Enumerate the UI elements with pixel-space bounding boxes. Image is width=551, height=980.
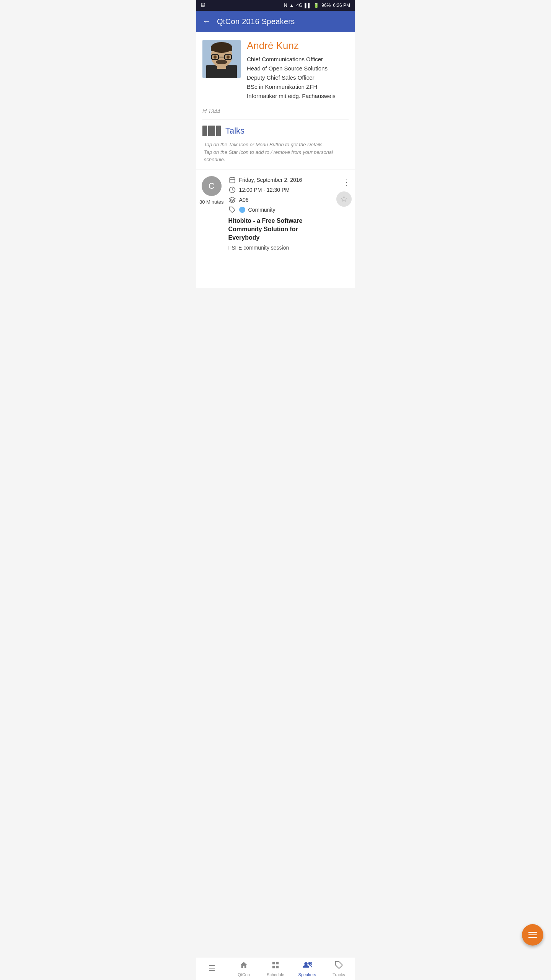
back-button[interactable]: ←: [202, 16, 211, 26]
speaker-roles: Chief Communications Officer Head of Ope…: [247, 55, 349, 101]
app-bar: ← QtCon 2016 Speakers: [196, 11, 355, 32]
role-5: Informatiker mit eidg. Fachausweis: [247, 91, 349, 101]
status-left: 🖼: [201, 3, 205, 8]
talk-title[interactable]: Hitobito - a Free Software Community Sol…: [228, 217, 329, 242]
network-type: 4G: [296, 3, 302, 8]
talk-subtitle: FSFE community session: [228, 245, 329, 251]
battery-level: 96%: [321, 3, 331, 8]
svg-point-12: [227, 56, 230, 59]
status-right: N ▲ 4G ▌▌ 🔋 96% 6:26 PM: [284, 3, 350, 8]
signal-bars: ▌▌: [305, 3, 311, 8]
role-1: Chief Communications Officer: [247, 55, 349, 64]
talk-duration: 30 Minutes: [199, 199, 224, 205]
tag-icon: [228, 206, 236, 214]
time: 6:26 PM: [333, 3, 350, 8]
more-options-button[interactable]: ⋮: [341, 176, 352, 188]
talks-header: Talks: [202, 126, 349, 136]
main-content: André Kunz Chief Communications Officer …: [196, 32, 355, 288]
favorite-button[interactable]: ☆: [336, 191, 352, 207]
talks-title: Talks: [225, 126, 245, 136]
status-bar: 🖼 N ▲ 4G ▌▌ 🔋 96% 6:26 PM: [196, 0, 355, 11]
talk-date: Friday, September 2, 2016: [239, 177, 329, 183]
talk-track: Community: [248, 207, 276, 213]
speaker-header: André Kunz Chief Communications Officer …: [196, 32, 355, 105]
talk-tag-row: Community: [228, 206, 329, 214]
talk-room-row: A06: [228, 196, 329, 204]
clock-icon: [228, 186, 236, 194]
talk-actions: ⋮ ☆: [336, 176, 352, 207]
talk-date-row: Friday, September 2, 2016: [228, 176, 329, 184]
photo-icon: 🖼: [201, 3, 205, 8]
talk-room: A06: [239, 197, 329, 203]
svg-rect-5: [211, 47, 232, 51]
svg-marker-18: [229, 197, 235, 200]
talk-right: Friday, September 2, 2016 12:00 PM - 12:…: [228, 176, 332, 251]
calendar-icon: [228, 176, 236, 184]
icon-bar-1: [202, 126, 207, 136]
wifi-icon: ▲: [289, 3, 294, 8]
network-icon: N: [284, 3, 287, 8]
star-icon: ☆: [340, 194, 348, 204]
talk-category-circle[interactable]: C: [202, 176, 222, 196]
community-color-dot: [239, 207, 245, 213]
icon-bar-2: [208, 126, 215, 136]
talks-icon: [202, 126, 221, 136]
role-2: Head of Open Source Solutions: [247, 64, 349, 73]
icon-bar-3: [216, 126, 221, 136]
room-icon: [228, 196, 236, 204]
speaker-name: André Kunz: [247, 40, 349, 52]
talk-card: C 30 Minutes Friday, September 2, 2016: [196, 170, 355, 257]
talks-section: Talks Tap on the Talk Icon or Menu Butto…: [196, 119, 355, 163]
talk-left: C 30 Minutes: [199, 176, 224, 205]
svg-point-10: [216, 60, 227, 64]
category-letter: C: [209, 181, 215, 191]
divider-3: [196, 257, 355, 257]
role-4: BSc in Kommunikation ZFH: [247, 82, 349, 91]
app-bar-title: QtCon 2016 Speakers: [217, 17, 295, 26]
speaker-id: id 1344: [196, 105, 355, 119]
battery-icon: 🔋: [313, 3, 319, 8]
speaker-info: André Kunz Chief Communications Officer …: [247, 40, 349, 101]
talk-time-row: 12:00 PM - 12:30 PM: [228, 186, 329, 194]
talks-hint: Tap on the Talk Icon or Menu Button to g…: [202, 141, 349, 163]
speaker-avatar: [202, 40, 241, 78]
svg-rect-13: [230, 178, 235, 183]
role-3: Deputy Chief Sales Officer: [247, 73, 349, 82]
svg-point-11: [214, 56, 217, 59]
talk-time: 12:00 PM - 12:30 PM: [239, 187, 329, 193]
